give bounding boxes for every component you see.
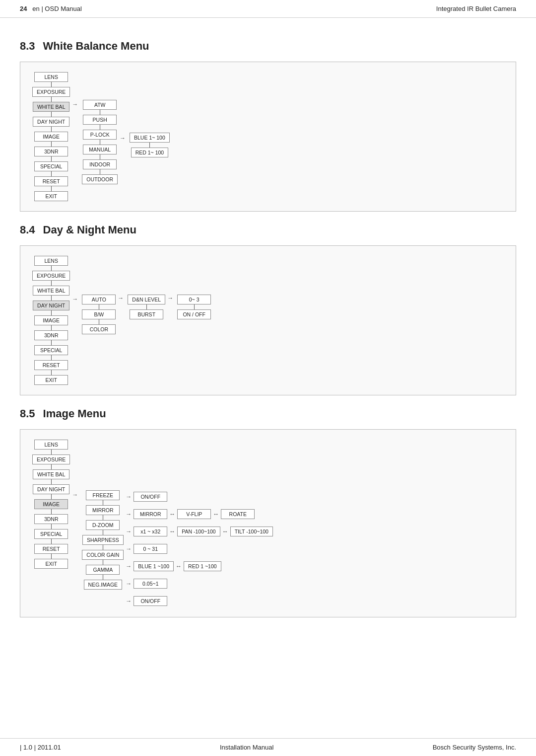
wb-lens: LENS	[34, 72, 68, 82]
wb-red: RED 1~ 100	[131, 148, 169, 157]
dn-burst: BURST	[130, 309, 163, 319]
header-right: Integrated IR Bullet Camera	[436, 5, 516, 12]
dn-whitebal: WHITE BAL	[33, 286, 70, 296]
diagram-83: LENS EXPOSURE WHITE BAL DAY NIGHT IMAGE …	[20, 62, 516, 212]
wb-sub2-col: BLUE 1~ 100 RED 1~ 100	[130, 133, 170, 157]
section-84-num: 8.4	[20, 224, 35, 236]
wb-arrow2: →	[118, 135, 128, 142]
page-header: 24 en | OSD Manual Integrated IR Bullet …	[0, 0, 536, 18]
img-negimage-onoff: ON/OFF	[134, 596, 167, 606]
img-pan: PAN -100~100	[177, 527, 220, 536]
img-gamma-row: → 0.05~1	[124, 577, 167, 590]
img-vflip: V-FLIP	[177, 509, 211, 519]
dn-lens: LENS	[34, 256, 68, 266]
wb-outdoor: OUTDOOR	[82, 174, 118, 184]
wb-plock: P-LOCK	[83, 130, 117, 140]
dn-exposure: EXPOSURE	[32, 271, 70, 281]
img-sub1-col: FREEZE MIRROR D-ZOOM SHARPNESS COLOR GAI…	[82, 490, 124, 590]
wb-atw: ATW	[83, 100, 117, 110]
wb-daynight: DAY NIGHT	[33, 117, 69, 127]
wb-blue: BLUE 1~ 100	[130, 133, 170, 143]
img-mirror-row: → MIRROR ↔ V-FLIP ↔ ROATE	[124, 508, 255, 520]
dn-main-col: LENS EXPOSURE WHITE BAL DAY NIGHT IMAGE …	[32, 256, 70, 385]
img-gamma: GAMMA	[86, 565, 120, 575]
img-colorgain: COLOR GAIN	[82, 550, 124, 560]
img-dzoom-val: x1 ~ x32	[134, 527, 167, 536]
section-83-title: 8.3 White Balance Menu	[20, 40, 516, 53]
img-dzoom-row: → x1 ~ x32 ↔ PAN -100~100 ↔ TILT -100~10…	[124, 525, 273, 537]
wb-exposure: EXPOSURE	[32, 87, 70, 97]
img-sharpness-val: 0 ~ 31	[134, 544, 167, 554]
img-tilt: TILT -100~100	[230, 527, 273, 536]
footer-right: Bosch Security Systems, Inc.	[433, 744, 516, 751]
dn-layout: LENS EXPOSURE WHITE BAL DAY NIGHT IMAGE …	[32, 256, 504, 385]
dn-bw: B/W	[82, 309, 116, 319]
img-image: IMAGE	[34, 499, 68, 509]
img-roate: ROATE	[221, 509, 255, 519]
dn-arrow3: →	[165, 295, 175, 302]
dn-exit: EXIT	[34, 375, 68, 385]
img-mirror-item: MIRROR	[86, 505, 120, 515]
img-exit: EXIT	[34, 559, 68, 569]
img-gamma-val: 0.05~1	[134, 579, 167, 589]
section-84-title: 8.4 Day & Night Menu	[20, 224, 516, 236]
diagram-84: LENS EXPOSURE WHITE BAL DAY NIGHT IMAGE …	[20, 245, 516, 395]
wb-special: SPECIAL	[34, 161, 68, 171]
wb-layout: LENS EXPOSURE WHITE BAL DAY NIGHT IMAGE …	[32, 72, 504, 201]
img-red: RED 1 ~100	[184, 561, 221, 571]
dn-reset: RESET	[34, 360, 68, 370]
wb-manual: MANUAL	[83, 145, 117, 154]
section-83-heading: White Balance Menu	[43, 40, 149, 53]
dn-3dnr: 3DNR	[34, 330, 68, 340]
header-left: 24 en | OSD Manual	[20, 5, 82, 12]
img-whitebal: WHITE BAL	[33, 469, 70, 479]
wb-arrow1: →	[70, 101, 80, 108]
diagram-85: LENS EXPOSURE WHITE BAL DAY NIGHT IMAGE …	[20, 429, 516, 617]
img-arrow1: →	[70, 491, 80, 498]
img-sharpness-row: → 0 ~ 31	[124, 542, 167, 555]
wb-push: PUSH	[83, 115, 117, 125]
img-exposure: EXPOSURE	[32, 454, 70, 464]
img-mirror-val: MIRROR	[134, 509, 167, 519]
img-colorgain-row: → BLUE 1 ~100 ↔ RED 1 ~100	[124, 560, 221, 572]
img-negimage-row: → ON/OFF	[124, 595, 167, 607]
footer-center: Installation Manual	[220, 744, 273, 751]
dn-special: SPECIAL	[34, 345, 68, 355]
dn-sub3-col: 0~ 3 ON / OFF	[177, 295, 211, 319]
img-lens: LENS	[34, 440, 68, 450]
img-reset: RESET	[34, 544, 68, 554]
section-85-num: 8.5	[20, 407, 35, 420]
dn-dnlevel: D&N LEVEL	[128, 295, 165, 304]
section-84-heading: Day & Night Menu	[43, 224, 136, 236]
img-special: SPECIAL	[34, 529, 68, 539]
section-83-num: 8.3	[20, 40, 35, 53]
img-dzoom: D-ZOOM	[86, 520, 120, 530]
dn-arrow2: →	[116, 295, 126, 302]
wb-3dnr: 3DNR	[34, 147, 68, 156]
img-freeze: FREEZE	[86, 490, 120, 500]
dn-auto: AUTO	[82, 295, 116, 304]
img-freeze-onoff: ON/OFF	[134, 492, 167, 502]
dn-arrow1: →	[70, 296, 80, 302]
dn-color: COLOR	[82, 324, 116, 334]
img-sub2-area: → ON/OFF → MIRROR ↔ V-FLIP ↔ ROATE →	[124, 490, 273, 607]
section-85-title: 8.5 Image Menu	[20, 407, 516, 420]
section-85-heading: Image Menu	[43, 407, 106, 420]
dn-03: 0~ 3	[177, 295, 211, 304]
img-blue: BLUE 1 ~100	[134, 561, 174, 571]
img-main-col: LENS EXPOSURE WHITE BAL DAY NIGHT IMAGE …	[32, 440, 70, 569]
img-3dnr: 3DNR	[34, 514, 68, 524]
wb-main-col: LENS EXPOSURE WHITE BAL DAY NIGHT IMAGE …	[32, 72, 70, 201]
img-freeze-row: → ON/OFF	[124, 490, 167, 503]
img-layout: LENS EXPOSURE WHITE BAL DAY NIGHT IMAGE …	[32, 440, 504, 607]
img-negimage: NEG.IMAGE	[84, 580, 123, 590]
wb-indoor: INDOOR	[83, 159, 117, 169]
dn-image: IMAGE	[34, 315, 68, 325]
dn-sub1-col: AUTO B/W COLOR	[82, 295, 116, 334]
page-content: 8.3 White Balance Menu LENS EXPOSURE WHI…	[0, 18, 536, 659]
wb-exit: EXIT	[34, 191, 68, 201]
page-footer: | 1.0 | 2011.01 Installation Manual Bosc…	[0, 738, 536, 756]
wb-sub1-col: ATW PUSH P-LOCK MANUAL INDOOR OUTDOOR	[82, 100, 118, 184]
wb-reset: RESET	[34, 176, 68, 186]
dn-onoff: ON / OFF	[177, 309, 211, 319]
